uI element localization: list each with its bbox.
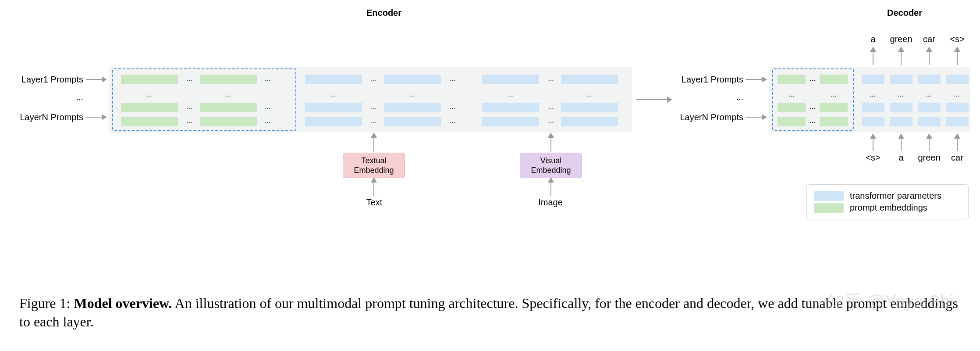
encoder-labelN-arrow-head	[102, 114, 107, 120]
dec-row3-blue-1	[862, 117, 884, 126]
dec-top-arrow-line-2	[901, 51, 902, 65]
dec-row2-prompt-2	[820, 103, 848, 112]
dec-row3-prompt-dots: ...	[807, 117, 818, 125]
visual-embedding-line2: Embedding	[531, 166, 571, 175]
enc-row3-blue-dots2: ...	[445, 117, 460, 125]
enc-row3-prompt-1	[121, 117, 178, 126]
enc-row3-blue-4	[561, 117, 618, 126]
legend-label-transformer: transformer parameters	[850, 191, 941, 201]
dec-row1-prompt-2	[820, 75, 848, 84]
encoder-layer1-label: Layer1 Prompts	[18, 75, 83, 85]
dec-top-arrow-line-4	[957, 51, 958, 65]
dec-row1-prompt-dots: ...	[807, 75, 818, 82]
dec-top-arrow-head-4	[954, 47, 960, 52]
encoder-label1-arrow-line	[86, 79, 102, 80]
encoder-layer-dots: ...	[18, 92, 83, 102]
enc-dec-arrow-head	[667, 97, 672, 103]
dec-bot-token-4: car	[944, 153, 970, 163]
enc-mid-dots-1: ...	[140, 90, 158, 98]
dec-row1-prompt-1	[778, 75, 806, 84]
dec-row2-prompt-dots: ...	[807, 103, 818, 111]
textual-embedding-line1: Textual	[361, 156, 386, 165]
dec-mid-dots-b4: ...	[950, 90, 963, 98]
dec-row1-blue-1	[862, 75, 884, 84]
visual-arrow-line-bot	[550, 181, 551, 196]
dec-top-token-4: <s>	[944, 34, 970, 44]
decoder-layerN-label: LayerN Prompts	[678, 112, 743, 122]
enc-row2-blue-3	[482, 103, 539, 112]
visual-arrow-line-top	[550, 137, 551, 152]
encoder-title: Encoder	[366, 8, 401, 18]
dec-top-token-2: green	[888, 34, 914, 44]
dec-top-arrow-line-1	[873, 51, 873, 65]
watermark: 知乎 @Yaya Shi	[827, 290, 954, 314]
enc-row3-blue-2	[384, 117, 441, 126]
enc-row2-blue-dots2: ...	[445, 103, 460, 111]
enc-row2-gap-dots: ...	[260, 103, 275, 111]
enc-row3-gap-dots: ...	[260, 117, 275, 125]
legend-swatch-blue	[814, 191, 844, 201]
visual-arrow-head-bot	[548, 177, 554, 183]
dec-row3-blue-4	[946, 117, 969, 126]
dec-row3-prompt-2	[820, 117, 848, 126]
dec-row1-blue-3	[918, 75, 941, 84]
textual-embedding-box: Textual Embedding	[343, 153, 405, 178]
enc-mid-dots-4: ...	[403, 90, 421, 98]
figure-caption: Figure 1: Model overview. An illustratio…	[19, 294, 961, 331]
dec-row1-blue-4	[946, 75, 969, 84]
enc-row1-blue-1	[305, 75, 362, 84]
dec-bot-arrow-line-2	[901, 138, 902, 151]
enc-row3-prompt-dots: ...	[182, 117, 197, 125]
enc-row2-prompt-1	[121, 103, 178, 112]
dec-bot-arrow-head-1	[870, 133, 876, 139]
decoder-labelN-arrow-line	[746, 117, 762, 118]
legend-box: transformer parameters prompt embeddings	[806, 184, 969, 219]
dec-bot-token-1: <s>	[860, 153, 886, 163]
enc-row3-prompt-2	[200, 117, 257, 126]
encoder-layerN-label: LayerN Prompts	[18, 112, 83, 122]
enc-row1-gap-dots: ...	[260, 75, 275, 82]
dec-row3-blue-2	[890, 117, 913, 126]
enc-row2-blue-dots1: ...	[366, 103, 381, 111]
enc-mid-dots-5: ...	[501, 90, 519, 98]
encoder-label1-arrow-head	[102, 76, 107, 82]
enc-row2-blue-1	[305, 103, 362, 112]
enc-row1-blue-4	[561, 75, 618, 84]
legend-label-prompt: prompt embeddings	[850, 203, 927, 213]
enc-row1-blue-2	[384, 75, 441, 84]
enc-dec-arrow-line	[636, 99, 667, 100]
legend-row-transformer: transformer parameters	[814, 191, 961, 201]
textual-arrow-line-top	[373, 137, 374, 152]
textual-arrow-head-bot	[371, 177, 377, 183]
decoder-label1-arrow-head	[762, 76, 767, 82]
enc-row2-blue-dots3: ...	[543, 103, 558, 111]
dec-top-token-3: car	[916, 34, 942, 44]
decoder-title: Decoder	[887, 8, 922, 18]
dec-top-token-1: a	[860, 34, 886, 44]
legend-swatch-green	[814, 203, 844, 213]
enc-row2-blue-4	[561, 103, 618, 112]
dec-bot-arrow-line-4	[957, 138, 958, 151]
encoder-labelN-arrow-line	[86, 117, 102, 118]
textual-arrow-line-bot	[373, 181, 374, 196]
dec-top-arrow-head-2	[898, 47, 904, 52]
dec-mid-dots-b3: ...	[922, 90, 935, 98]
dec-top-arrow-line-3	[929, 51, 930, 65]
dec-row3-prompt-1	[778, 117, 806, 126]
legend-row-prompt: prompt embeddings	[814, 203, 961, 213]
enc-mid-dots-3: ...	[324, 90, 342, 98]
dec-bot-arrow-head-2	[898, 133, 904, 139]
enc-row3-blue-1	[305, 117, 362, 126]
dec-bot-arrow-head-4	[954, 133, 960, 139]
enc-row3-blue-dots3: ...	[543, 117, 558, 125]
enc-row1-blue-3	[482, 75, 539, 84]
decoder-layer1-label: Layer1 Prompts	[678, 75, 743, 85]
dec-mid-dots-b1: ...	[866, 90, 879, 98]
dec-bot-token-2: a	[888, 153, 914, 163]
dec-bot-arrow-line-1	[873, 138, 873, 151]
text-label: Text	[357, 197, 392, 208]
enc-row3-blue-dots1: ...	[366, 117, 381, 125]
dec-top-arrow-head-1	[870, 47, 876, 52]
dec-bot-arrow-line-3	[929, 138, 930, 151]
decoder-labelN-arrow-head	[762, 114, 767, 120]
